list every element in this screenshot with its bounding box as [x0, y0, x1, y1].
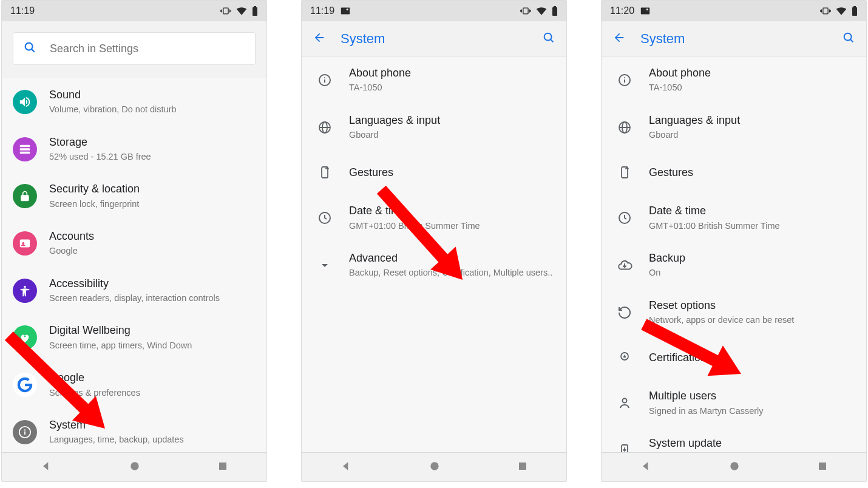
settings-row-lang[interactable]: Languages & input Gboard	[302, 104, 566, 151]
wifi-icon	[236, 7, 247, 15]
app-header: System	[602, 21, 866, 56]
row-subtitle: Screen time, app timers, Wind Down	[49, 339, 256, 351]
wellbeing-icon	[13, 325, 37, 350]
search-button[interactable]	[542, 31, 555, 47]
globe-icon	[612, 115, 637, 140]
row-title: Date & time	[649, 204, 855, 218]
row-title: Date & time	[349, 204, 555, 218]
nav-recent-button[interactable]	[517, 461, 528, 474]
settings-row-storage[interactable]: Storage 52% used - 15.21 GB free	[2, 126, 266, 173]
clock-icon	[313, 206, 337, 230]
nav-back-button[interactable]	[640, 460, 652, 475]
svg-point-11	[24, 336, 26, 337]
row-subtitle: GMT+01:00 British Summer Time	[649, 220, 855, 232]
nav-home-button[interactable]	[429, 460, 441, 475]
back-button[interactable]	[313, 31, 326, 47]
settings-row-wellbeing[interactable]: Digital Wellbeing Screen time, app timer…	[2, 314, 266, 361]
globe-icon	[313, 115, 337, 140]
settings-row-accounts[interactable]: Accounts Google	[2, 220, 266, 267]
settings-row-update[interactable]: System update Update available	[602, 427, 866, 452]
svg-point-10	[24, 285, 26, 288]
settings-row-datetime[interactable]: Date & time GMT+01:00 British Summer Tim…	[602, 194, 866, 242]
settings-row-gestures[interactable]: Gestures	[302, 151, 566, 194]
row-subtitle: Screen readers, display, interaction con…	[49, 292, 256, 304]
info-icon	[13, 420, 37, 444]
nav-recent-button[interactable]	[817, 461, 828, 474]
settings-row-backup[interactable]: Backup On	[602, 242, 866, 289]
phone-screenshot: 11:19 Sound Volume, vibration, Do not di…	[1, 0, 267, 482]
settings-row-advanced[interactable]: Advanced Backup, Reset options, Certific…	[302, 242, 566, 289]
settings-row-datetime[interactable]: Date & time GMT+01:00 British Summer Tim…	[302, 194, 566, 242]
svg-point-14	[24, 429, 25, 430]
row-subtitle: Gboard	[649, 129, 855, 141]
row-title: Gestures	[649, 166, 855, 180]
row-title: System update	[649, 436, 855, 450]
header-title: System	[640, 31, 842, 47]
row-title: Backup	[649, 251, 855, 265]
row-title: Security & location	[49, 182, 256, 196]
svg-point-20	[347, 8, 348, 10]
battery-icon	[252, 6, 258, 16]
settings-row-system[interactable]: System Languages, time, backup, updates	[2, 408, 266, 452]
row-subtitle: Google	[49, 245, 256, 257]
row-subtitle: Signed in as Martyn Casserly	[649, 405, 855, 417]
svg-point-53	[623, 399, 627, 403]
vibrate-icon	[520, 7, 531, 15]
row-title: Multiple users	[649, 389, 855, 403]
svg-point-34	[430, 462, 438, 470]
svg-point-38	[646, 8, 648, 10]
settings-row-sound[interactable]: Sound Volume, vibration, Do not disturb	[2, 78, 266, 126]
row-subtitle: Volume, vibration, Do not disturb	[49, 103, 256, 115]
row-title: Languages & input	[349, 114, 555, 127]
settings-row-accessibility[interactable]: Accessibility Screen readers, display, i…	[2, 267, 266, 314]
notification-icon	[341, 7, 350, 15]
settings-row-security[interactable]: Security & location Screen lock, fingerp…	[2, 172, 266, 220]
row-title: Storage	[49, 135, 256, 149]
svg-rect-35	[519, 463, 526, 470]
nav-recent-button[interactable]	[217, 461, 228, 474]
settings-row-google[interactable]: Google Services & preferences	[2, 361, 266, 408]
row-title: Languages & input	[649, 114, 855, 127]
svg-rect-23	[554, 6, 556, 7]
svg-point-28	[324, 77, 325, 78]
wifi-icon	[536, 7, 547, 15]
row-subtitle: Network, apps or device can be reset	[649, 314, 855, 326]
search-box[interactable]	[13, 32, 256, 65]
row-title: Sound	[49, 88, 256, 102]
navigation-bar	[2, 452, 266, 481]
search-button[interactable]	[842, 31, 855, 47]
search-input[interactable]	[50, 42, 245, 55]
phone-screenshot: 11:19 System About phone TA-1050 Languag…	[301, 0, 567, 482]
vibrate-icon	[820, 7, 831, 15]
nav-back-button[interactable]	[40, 460, 52, 475]
settings-row-reset[interactable]: Reset options Network, apps or device ca…	[602, 289, 866, 336]
settings-row-lang[interactable]: Languages & input Gboard	[602, 104, 866, 151]
svg-rect-19	[341, 7, 350, 14]
restore-icon	[612, 300, 637, 325]
gesture-icon	[612, 160, 637, 185]
nav-home-button[interactable]	[129, 460, 141, 475]
header-title: System	[341, 31, 542, 47]
settings-row-about[interactable]: About phone TA-1050	[302, 56, 566, 104]
gesture-icon	[313, 160, 337, 185]
clock-icon	[612, 206, 637, 230]
settings-row-about[interactable]: About phone TA-1050	[602, 56, 866, 104]
row-subtitle: 52% used - 15.21 GB free	[49, 151, 256, 163]
back-button[interactable]	[612, 31, 626, 47]
row-title: Advanced	[349, 251, 555, 265]
svg-rect-56	[819, 463, 826, 470]
settings-row-multi[interactable]: Multiple users Signed in as Martyn Casse…	[602, 379, 866, 427]
wifi-icon	[836, 7, 847, 15]
row-subtitle: Gboard	[349, 129, 555, 141]
nav-home-button[interactable]	[728, 460, 741, 475]
status-bar: 11:20	[602, 1, 866, 21]
lock-icon	[13, 184, 37, 208]
storage-icon	[13, 137, 37, 161]
settings-row-cert[interactable]: Certification	[602, 336, 866, 379]
settings-row-gestures[interactable]: Gestures	[602, 151, 866, 194]
row-title: Digital Wellbeing	[49, 324, 256, 337]
info-outline-icon	[313, 68, 337, 92]
svg-rect-15	[24, 431, 25, 435]
svg-rect-17	[219, 463, 226, 470]
nav-back-button[interactable]	[340, 460, 352, 475]
